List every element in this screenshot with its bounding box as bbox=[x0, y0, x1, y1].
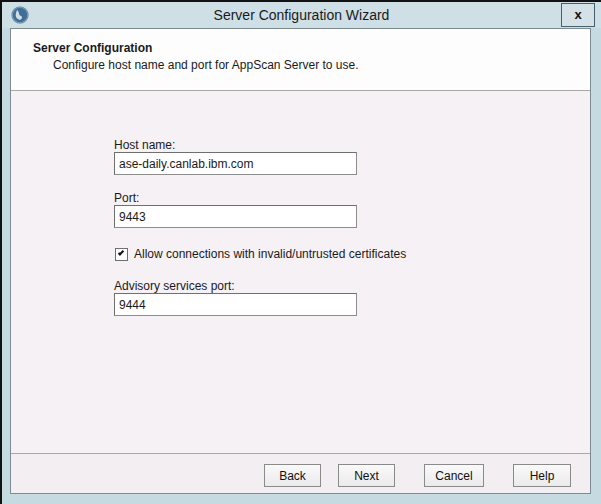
port-label: Port: bbox=[114, 191, 139, 205]
next-button[interactable]: Next bbox=[338, 464, 395, 487]
wizard-window: Server Configuration Wizard x Server Con… bbox=[0, 0, 601, 504]
close-button[interactable]: x bbox=[561, 3, 595, 27]
wizard-header: Server Configuration Configure host name… bbox=[11, 29, 590, 91]
advisory-port-input[interactable] bbox=[114, 293, 357, 316]
close-x-icon: x bbox=[574, 7, 581, 22]
cancel-button[interactable]: Cancel bbox=[424, 464, 484, 487]
port-input[interactable] bbox=[114, 205, 357, 228]
page-title: Server Configuration bbox=[33, 41, 152, 55]
page-subtitle: Configure host name and port for AppScan… bbox=[53, 58, 359, 72]
advisory-port-label: Advisory services port: bbox=[114, 279, 235, 293]
allow-invalid-certs-row[interactable]: Allow connections with invalid/untrusted… bbox=[115, 247, 406, 261]
allow-invalid-certs-label: Allow connections with invalid/untrusted… bbox=[134, 247, 406, 261]
button-bar: Back Next Cancel Help bbox=[11, 453, 590, 493]
host-name-label: Host name: bbox=[114, 138, 175, 152]
client-area: Server Configuration Configure host name… bbox=[10, 28, 591, 494]
help-button[interactable]: Help bbox=[513, 464, 571, 487]
host-name-input[interactable] bbox=[114, 152, 357, 175]
back-button[interactable]: Back bbox=[264, 464, 321, 487]
titlebar: Server Configuration Wizard x bbox=[2, 2, 601, 28]
checkmark-icon bbox=[118, 249, 124, 255]
window-title: Server Configuration Wizard bbox=[2, 2, 601, 28]
allow-invalid-certs-checkbox[interactable] bbox=[115, 248, 128, 261]
